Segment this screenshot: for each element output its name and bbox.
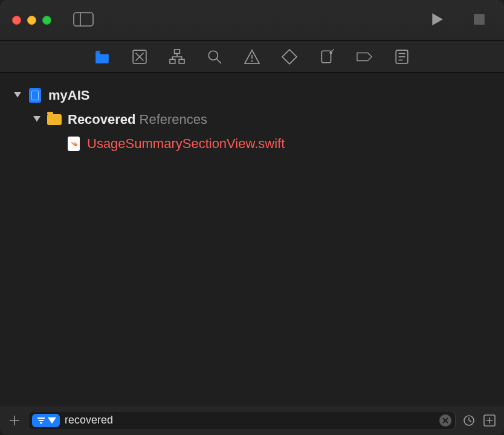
svg-rect-3 [474,14,485,25]
svg-point-19 [333,49,334,50]
svg-point-18 [331,50,333,51]
project-root-row[interactable]: myAIS [0,83,504,108]
svg-rect-0 [74,13,93,26]
recent-files-button[interactable] [462,413,476,428]
filter-scope-button[interactable] [32,414,60,427]
add-button[interactable] [7,413,22,428]
svg-marker-15 [282,50,297,64]
svg-marker-25 [14,92,21,98]
minimize-window-button[interactable] [27,16,36,25]
svg-point-17 [329,51,332,54]
folder-icon [47,111,62,128]
group-subtitle-label: References [140,112,208,127]
debug-navigator-tab[interactable] [318,48,335,65]
svg-rect-9 [179,59,184,63]
svg-point-14 [251,60,253,62]
xcode-project-icon [28,87,42,104]
issue-navigator-tab[interactable] [244,48,260,65]
svg-line-11 [216,59,221,63]
zoom-window-button[interactable] [42,16,51,25]
filter-field[interactable] [28,411,456,430]
file-row[interactable]: UsageSummarySectionView.swift [0,132,504,156]
swift-file-icon [66,135,81,152]
filter-input[interactable] [65,414,435,427]
svg-line-37 [469,420,471,422]
symbol-navigator-tab[interactable] [169,48,186,65]
traffic-lights [12,16,51,25]
report-navigator-tab[interactable] [393,48,410,65]
disclosure-triangle-icon[interactable] [12,90,23,101]
svg-point-10 [208,51,218,60]
source-control-navigator-tab[interactable] [131,48,148,65]
disclosure-triangle-icon[interactable] [31,114,42,125]
window-titlebar [0,0,504,41]
close-window-button[interactable] [12,16,21,25]
project-navigator-tab[interactable] [94,48,111,65]
test-navigator-tab[interactable] [281,48,298,65]
project-navigator-tree[interactable]: myAIS Recovered References UsageSummaryS… [0,72,504,405]
breakpoint-navigator-tab[interactable] [356,48,373,65]
svg-marker-2 [432,13,443,25]
navigator-filter-bar [0,405,504,435]
group-title-label: Recovered [68,112,136,127]
svg-marker-32 [48,417,56,424]
svg-rect-8 [170,59,175,63]
svg-rect-7 [175,50,180,54]
svg-marker-20 [357,53,372,60]
recovered-references-group[interactable]: Recovered References [0,108,504,132]
chevron-down-icon [48,417,56,424]
clear-filter-button[interactable] [439,414,451,427]
svg-rect-16 [321,51,331,63]
project-name-label: myAIS [48,88,89,103]
missing-file-label: UsageSummarySectionView.swift [87,136,285,152]
svg-marker-26 [33,116,40,122]
find-navigator-tab[interactable] [206,48,223,65]
run-controls [430,13,492,28]
navigator-tab-bar [0,41,504,72]
source-control-filter-button[interactable] [482,413,497,428]
stop-button[interactable] [473,13,486,28]
run-button[interactable] [430,13,444,28]
toggle-sidebar-button[interactable] [73,12,94,29]
